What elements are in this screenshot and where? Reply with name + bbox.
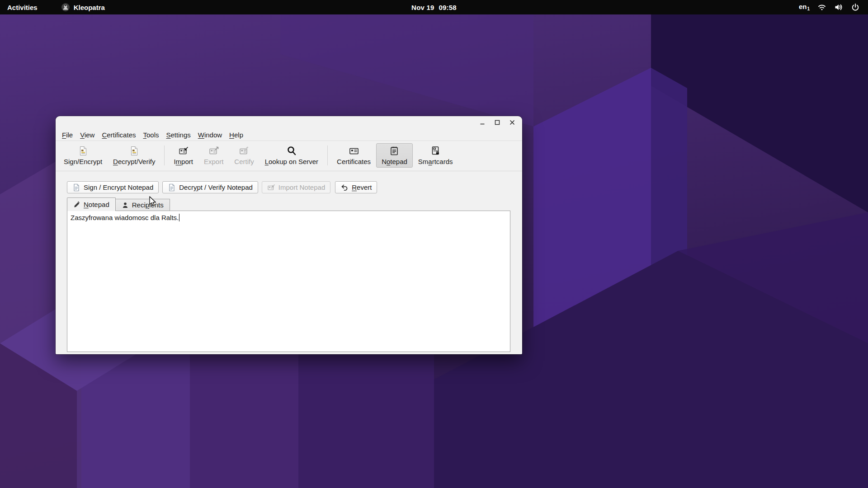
sign-encrypt-document-icon	[78, 145, 89, 156]
keyboard-layout-index: 1	[807, 7, 810, 11]
menu-help[interactable]: Help	[226, 130, 247, 140]
text-caret	[179, 214, 179, 221]
toolbar-decrypt-verify-button[interactable]: Decrypt/Verify	[108, 143, 160, 168]
clock-time: 09:58	[439, 4, 457, 11]
menu-window[interactable]: Window	[194, 130, 226, 140]
kleopatra-app-icon	[61, 3, 70, 12]
pencil-icon	[73, 201, 80, 208]
toolbar-certify-label: Certify	[234, 158, 254, 165]
toolbar-export-button[interactable]: Export	[198, 143, 229, 168]
close-button[interactable]	[507, 117, 518, 127]
toolbar-separator	[327, 145, 328, 165]
toolbar-smartcards-label: Smartcards	[418, 158, 453, 165]
toolbar-smartcards-button[interactable]: Smartcards	[413, 143, 458, 168]
notepad-text-editor[interactable]: Zaszyfrowana wiadomosc dla Ralts.	[67, 211, 510, 352]
undo-icon	[340, 183, 349, 192]
menu-settings[interactable]: Settings	[163, 130, 194, 140]
toolbar-sign-encrypt-label: Sign/Encrypt	[64, 158, 102, 165]
toolbar-notepad-button[interactable]: Notepad	[376, 143, 413, 168]
clock-date: Nov 19	[411, 4, 434, 11]
sign-encrypt-notepad-label: Sign / Encrypt Notepad	[84, 183, 153, 191]
person-icon	[122, 202, 129, 209]
minimize-button[interactable]	[477, 117, 488, 127]
menu-tools[interactable]: Tools	[139, 130, 162, 140]
toolbar-import-label: Import	[174, 158, 193, 165]
kleopatra-window: File View Certificates Tools Settings Wi…	[56, 116, 522, 354]
notepad-icon	[389, 145, 400, 156]
notepad-text: Zaszyfrowana wiadomosc dla Ralts.	[71, 214, 179, 221]
certificate-import-icon	[178, 145, 189, 156]
decrypt-verify-notepad-label: Decrypt / Verify Notepad	[179, 183, 253, 191]
sign-encrypt-notepad-button[interactable]: Sign / Encrypt Notepad	[67, 181, 159, 193]
toolbar-import-button[interactable]: Import	[168, 143, 198, 168]
certificate-certify-icon	[239, 145, 250, 156]
decrypt-verify-document-icon	[129, 145, 140, 156]
tab-notepad-label: Notepad	[84, 201, 109, 208]
tab-notepad[interactable]: Notepad	[67, 197, 116, 211]
search-icon	[286, 145, 297, 156]
notepad-tab-bar: Notepad Recipients	[67, 197, 510, 211]
revert-button[interactable]: Revert	[335, 181, 377, 193]
document-icon	[72, 183, 80, 192]
keyboard-layout-code: en	[799, 3, 807, 10]
tab-recipients[interactable]: Recipients	[115, 199, 170, 211]
keyboard-layout-indicator[interactable]: en1	[799, 3, 810, 11]
toolbar-lookup-button[interactable]: Lookup on Server	[259, 143, 324, 168]
window-controls	[477, 117, 518, 127]
document-icon	[168, 183, 176, 192]
focused-app-name: Kleopatra	[74, 4, 105, 11]
window-titlebar[interactable]	[56, 116, 522, 129]
toolbar-certificates-label: Certificates	[337, 158, 371, 165]
toolbar-certificates-button[interactable]: Certificates	[331, 143, 376, 168]
notepad-actions-row: Sign / Encrypt Notepad Decrypt / Verify …	[67, 181, 510, 193]
smartcard-icon	[430, 145, 441, 156]
maximize-button[interactable]	[492, 117, 503, 127]
mouse-cursor	[149, 196, 160, 208]
toolbar-certify-button[interactable]: Certify	[229, 143, 259, 168]
id-card-icon	[349, 145, 359, 156]
certificate-export-icon	[208, 145, 219, 156]
menu-certificates[interactable]: Certificates	[98, 130, 139, 140]
system-status-area[interactable]: en1	[799, 0, 868, 14]
menu-file[interactable]: File	[58, 130, 76, 140]
focused-app-indicator[interactable]: Kleopatra	[56, 0, 110, 14]
certificate-import-icon	[267, 183, 275, 192]
top-bar-left: Activities Kleopatra	[0, 0, 110, 14]
power-icon[interactable]	[851, 3, 860, 12]
clock[interactable]: Nov 19 09:58	[411, 4, 457, 11]
decrypt-verify-notepad-button[interactable]: Decrypt / Verify Notepad	[162, 181, 258, 193]
import-notepad-button[interactable]: Import Notepad	[262, 181, 330, 193]
toolbar-sign-encrypt-button[interactable]: Sign/Encrypt	[58, 143, 108, 168]
activities-button[interactable]: Activities	[0, 0, 44, 14]
toolbar-decrypt-verify-label: Decrypt/Verify	[113, 158, 155, 165]
toolbar: Sign/Encrypt Decrypt/Verify Import Expor…	[56, 141, 522, 171]
import-notepad-label: Import Notepad	[278, 183, 325, 191]
top-bar: Activities Kleopatra Nov 19 09:58 en1	[0, 0, 868, 14]
toolbar-lookup-label: Lookup on Server	[265, 158, 318, 165]
menu-view[interactable]: View	[76, 130, 98, 140]
toolbar-separator	[164, 145, 165, 165]
notepad-view: Sign / Encrypt Notepad Decrypt / Verify …	[56, 171, 522, 352]
wifi-icon[interactable]	[817, 3, 826, 12]
menu-bar: File View Certificates Tools Settings Wi…	[56, 129, 522, 141]
revert-label: Revert	[352, 183, 372, 191]
toolbar-notepad-label: Notepad	[382, 158, 407, 165]
volume-icon[interactable]	[834, 3, 843, 12]
toolbar-export-label: Export	[204, 158, 223, 165]
